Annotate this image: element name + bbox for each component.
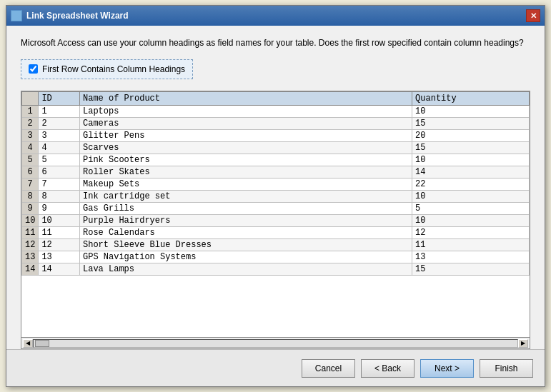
cell-quantity: 10 <box>412 154 530 166</box>
cell-quantity: 22 <box>412 178 530 190</box>
cell-quantity: 15 <box>412 117 530 129</box>
cell-id: 11 <box>39 226 80 238</box>
cell-id: 9 <box>39 202 80 214</box>
description-text: Microsoft Access can use your column hea… <box>21 37 530 49</box>
col-quantity: Quantity <box>412 91 530 105</box>
table-row: 11Laptops10 <box>22 105 530 117</box>
scroll-thumb[interactable] <box>35 340 49 347</box>
window-title: Link Spreadsheet Wizard <box>26 11 526 21</box>
first-row-checkbox[interactable] <box>29 64 38 74</box>
cell-quantity: 15 <box>412 263 530 275</box>
close-button[interactable]: ✕ <box>526 9 540 22</box>
cell-rownum: 13 <box>22 251 39 263</box>
cell-rownum: 14 <box>22 263 39 275</box>
cell-quantity: 11 <box>412 238 530 251</box>
cell-quantity: 10 <box>412 105 530 117</box>
table-row: 55Pink Scooters10 <box>22 154 530 166</box>
cell-rownum: 12 <box>22 238 39 251</box>
cell-rownum: 2 <box>22 117 39 129</box>
cell-rownum: 10 <box>22 214 39 226</box>
content-area: Microsoft Access can use your column hea… <box>6 26 545 349</box>
cell-name: Glitter Pens <box>79 129 412 141</box>
col-id: ID <box>39 91 80 105</box>
cell-name: Ink cartridge set <box>79 190 412 202</box>
cell-name: Short Sleeve Blue Dresses <box>79 238 412 251</box>
title-bar: Link Spreadsheet Wizard ✕ <box>6 6 545 26</box>
cell-name: Roller Skates <box>79 166 412 178</box>
cell-rownum: 5 <box>22 154 39 166</box>
col-rownum <box>22 91 39 105</box>
cancel-button[interactable]: Cancel <box>302 359 355 378</box>
cell-id: 7 <box>39 178 80 190</box>
cell-quantity: 13 <box>412 251 530 263</box>
table-row: 33Glitter Pens20 <box>22 129 530 141</box>
table-body: 11Laptops1022Cameras1533Glitter Pens2044… <box>22 105 530 275</box>
data-table-container: ID Name of Product Quantity 11Laptops102… <box>21 91 530 349</box>
table-row: 1313GPS Navigation Systems13 <box>22 251 530 263</box>
cell-quantity: 5 <box>412 202 530 214</box>
checkbox-container: First Row Contains Column Headings <box>21 59 193 79</box>
cell-id: 4 <box>39 141 80 154</box>
cell-name: Makeup Sets <box>79 178 412 190</box>
cell-name: GPS Navigation Systems <box>79 251 412 263</box>
next-button[interactable]: Next > <box>420 359 474 378</box>
table-row: 1111Rose Calendars12 <box>22 226 530 238</box>
cell-id: 6 <box>39 166 80 178</box>
cell-rownum: 6 <box>22 166 39 178</box>
checkbox-label: First Row Contains Column Headings <box>42 64 185 74</box>
cell-quantity: 20 <box>412 129 530 141</box>
cell-id: 5 <box>39 154 80 166</box>
cell-id: 13 <box>39 251 80 263</box>
cell-rownum: 3 <box>22 129 39 141</box>
table-row: 99Gas Grills5 <box>22 202 530 214</box>
cell-id: 12 <box>39 238 80 251</box>
cell-name: Laptops <box>79 105 412 117</box>
cell-name: Lava Lamps <box>79 263 412 275</box>
table-row: 1010Purple Hairdryers10 <box>22 214 530 226</box>
cell-name: Purple Hairdryers <box>79 214 412 226</box>
cell-quantity: 10 <box>412 190 530 202</box>
cell-name: Pink Scooters <box>79 154 412 166</box>
footer: Cancel < Back Next > Finish <box>6 349 545 386</box>
cell-quantity: 10 <box>412 214 530 226</box>
main-window: Link Spreadsheet Wizard ✕ Microsoft Acce… <box>6 5 545 387</box>
cell-rownum: 9 <box>22 202 39 214</box>
table-row: 22Cameras15 <box>22 117 530 129</box>
cell-rownum: 7 <box>22 178 39 190</box>
cell-quantity: 15 <box>412 141 530 154</box>
scroll-left-btn[interactable]: ◀ <box>23 339 33 348</box>
cell-id: 8 <box>39 190 80 202</box>
cell-id: 3 <box>39 129 80 141</box>
cell-quantity: 14 <box>412 166 530 178</box>
horizontal-scrollbar[interactable]: ◀ ▶ <box>21 337 530 348</box>
cell-id: 10 <box>39 214 80 226</box>
table-header-row: ID Name of Product Quantity <box>22 91 530 105</box>
table-row: 1414Lava Lamps15 <box>22 263 530 275</box>
data-table: ID Name of Product Quantity 11Laptops102… <box>21 91 530 276</box>
scroll-track[interactable] <box>33 339 518 348</box>
scroll-right-btn[interactable]: ▶ <box>518 339 528 348</box>
cell-name: Scarves <box>79 141 412 154</box>
cell-id: 1 <box>39 105 80 117</box>
window-icon <box>11 10 22 21</box>
cell-id: 2 <box>39 117 80 129</box>
cell-rownum: 1 <box>22 105 39 117</box>
back-button[interactable]: < Back <box>361 359 415 378</box>
table-row: 88Ink cartridge set10 <box>22 190 530 202</box>
cell-rownum: 4 <box>22 141 39 154</box>
table-scroll-area[interactable]: ID Name of Product Quantity 11Laptops102… <box>21 91 530 337</box>
col-name: Name of Product <box>79 91 412 105</box>
table-row: 44Scarves15 <box>22 141 530 154</box>
cell-rownum: 11 <box>22 226 39 238</box>
cell-name: Rose Calendars <box>79 226 412 238</box>
cell-id: 14 <box>39 263 80 275</box>
finish-button[interactable]: Finish <box>480 359 533 378</box>
table-row: 77Makeup Sets22 <box>22 178 530 190</box>
table-row: 1212Short Sleeve Blue Dresses11 <box>22 238 530 251</box>
cell-name: Cameras <box>79 117 412 129</box>
table-row: 66Roller Skates14 <box>22 166 530 178</box>
cell-quantity: 12 <box>412 226 530 238</box>
cell-name: Gas Grills <box>79 202 412 214</box>
cell-rownum: 8 <box>22 190 39 202</box>
